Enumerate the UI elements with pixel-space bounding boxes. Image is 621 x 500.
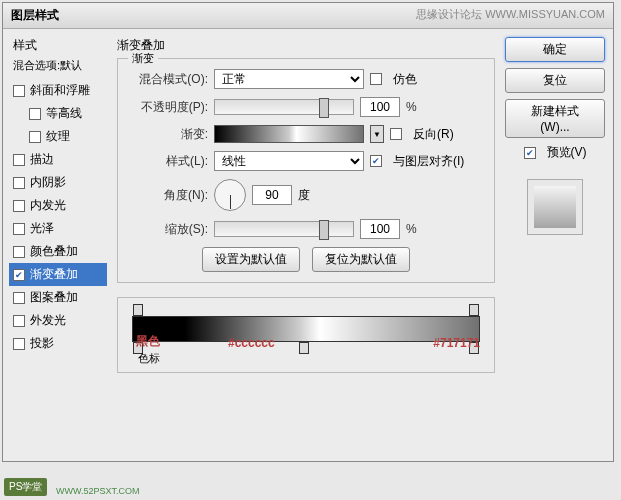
- gradient-dropdown-icon[interactable]: ▼: [370, 125, 384, 143]
- scale-label: 缩放(S):: [130, 221, 208, 238]
- reverse-checkbox[interactable]: [390, 128, 402, 140]
- stop1-label: 黑色: [136, 333, 160, 350]
- align-label: 与图层对齐(I): [393, 153, 464, 170]
- opacity-label: 不透明度(P):: [130, 99, 208, 116]
- sidebar-item-label: 投影: [30, 335, 54, 352]
- dither-label: 仿色: [393, 71, 417, 88]
- blend-label: 混合模式(O):: [130, 71, 208, 88]
- deg-label: 度: [298, 187, 310, 204]
- stop3-label: #717171: [433, 336, 480, 350]
- style-checkbox[interactable]: [13, 315, 25, 327]
- sidebar-item[interactable]: 纹理: [9, 125, 107, 148]
- new-style-button[interactable]: 新建样式(W)...: [505, 99, 605, 138]
- align-checkbox[interactable]: [370, 155, 382, 167]
- footer-url: WWW.52PSXT.COM: [56, 486, 140, 496]
- opacity-input[interactable]: [360, 97, 400, 117]
- style-label: 样式(L):: [130, 153, 208, 170]
- style-checkbox[interactable]: [13, 246, 25, 258]
- style-checkbox[interactable]: [13, 177, 25, 189]
- sidebar-item[interactable]: 颜色叠加: [9, 240, 107, 263]
- ok-button[interactable]: 确定: [505, 37, 605, 62]
- angle-label: 角度(N):: [130, 187, 208, 204]
- sidebar-item[interactable]: 光泽: [9, 217, 107, 240]
- sidebar-subtitle[interactable]: 混合选项:默认: [9, 56, 107, 75]
- opacity-stop-left[interactable]: [133, 304, 143, 316]
- pct-1: %: [406, 100, 417, 114]
- style-checkbox[interactable]: [13, 269, 25, 281]
- sidebar-item[interactable]: 渐变叠加: [9, 263, 107, 286]
- angle-dial[interactable]: [214, 179, 246, 211]
- sidebar-item-label: 描边: [30, 151, 54, 168]
- sidebar-item-label: 图案叠加: [30, 289, 78, 306]
- footer-logo: PS学堂: [4, 478, 47, 496]
- style-checkbox[interactable]: [13, 338, 25, 350]
- sidebar-item-label: 光泽: [30, 220, 54, 237]
- gradient-preview[interactable]: [214, 125, 364, 143]
- sidebar-item-label: 斜面和浮雕: [30, 82, 90, 99]
- sidebar-title[interactable]: 样式: [9, 35, 107, 56]
- cancel-button[interactable]: 复位: [505, 68, 605, 93]
- sidebar-item[interactable]: 描边: [9, 148, 107, 171]
- style-checkbox[interactable]: [13, 223, 25, 235]
- sidebar-item[interactable]: 斜面和浮雕: [9, 79, 107, 102]
- reset-default-button[interactable]: 复位为默认值: [312, 247, 410, 272]
- gradient-editor: 黑色 #cccccc #717171 色标: [117, 297, 495, 373]
- sidebar-item-label: 内阴影: [30, 174, 66, 191]
- sidebar-item[interactable]: 外发光: [9, 309, 107, 332]
- sidebar-item-label: 颜色叠加: [30, 243, 78, 260]
- sidebar-item-label: 外发光: [30, 312, 66, 329]
- scale-input[interactable]: [360, 219, 400, 239]
- panel-title: 渐变叠加: [117, 37, 495, 54]
- style-checkbox[interactable]: [29, 108, 41, 120]
- styles-sidebar: 样式 混合选项:默认 斜面和浮雕等高线纹理描边内阴影内发光光泽颜色叠加渐变叠加图…: [3, 29, 113, 461]
- sidebar-item-label: 内发光: [30, 197, 66, 214]
- sidebar-item-label: 等高线: [46, 105, 82, 122]
- sidebar-item[interactable]: 等高线: [9, 102, 107, 125]
- preview-label: 预览(V): [547, 144, 587, 161]
- sidebar-item[interactable]: 内阴影: [9, 171, 107, 194]
- style-checkbox[interactable]: [13, 85, 25, 97]
- dither-checkbox[interactable]: [370, 73, 382, 85]
- style-checkbox[interactable]: [13, 154, 25, 166]
- preview-checkbox[interactable]: [524, 147, 536, 159]
- reverse-label: 反向(R): [413, 126, 454, 143]
- fieldset-legend: 渐变: [128, 51, 158, 66]
- sidebar-item-label: 纹理: [46, 128, 70, 145]
- sidebar-item-label: 渐变叠加: [30, 266, 78, 283]
- set-default-button[interactable]: 设置为默认值: [202, 247, 300, 272]
- opacity-slider[interactable]: [214, 99, 354, 115]
- stop2-label: #cccccc: [228, 336, 275, 350]
- gradient-footer: 色标: [138, 351, 160, 366]
- style-checkbox[interactable]: [13, 200, 25, 212]
- sidebar-item[interactable]: 图案叠加: [9, 286, 107, 309]
- angle-input[interactable]: [252, 185, 292, 205]
- style-select[interactable]: 线性: [214, 151, 364, 171]
- style-checkbox[interactable]: [13, 292, 25, 304]
- color-stop-2[interactable]: [299, 342, 309, 354]
- scale-slider[interactable]: [214, 221, 354, 237]
- gradient-bar[interactable]: [132, 316, 480, 342]
- style-checkbox[interactable]: [29, 131, 41, 143]
- blend-mode-select[interactable]: 正常: [214, 69, 364, 89]
- preview-thumbnail: [527, 179, 583, 235]
- sidebar-item[interactable]: 投影: [9, 332, 107, 355]
- pct-2: %: [406, 222, 417, 236]
- sidebar-item[interactable]: 内发光: [9, 194, 107, 217]
- gradient-label: 渐变:: [130, 126, 208, 143]
- opacity-stop-right[interactable]: [469, 304, 479, 316]
- window-title: 图层样式: [11, 7, 59, 24]
- watermark: 思缘设计论坛 WWW.MISSYUAN.COM: [416, 7, 605, 24]
